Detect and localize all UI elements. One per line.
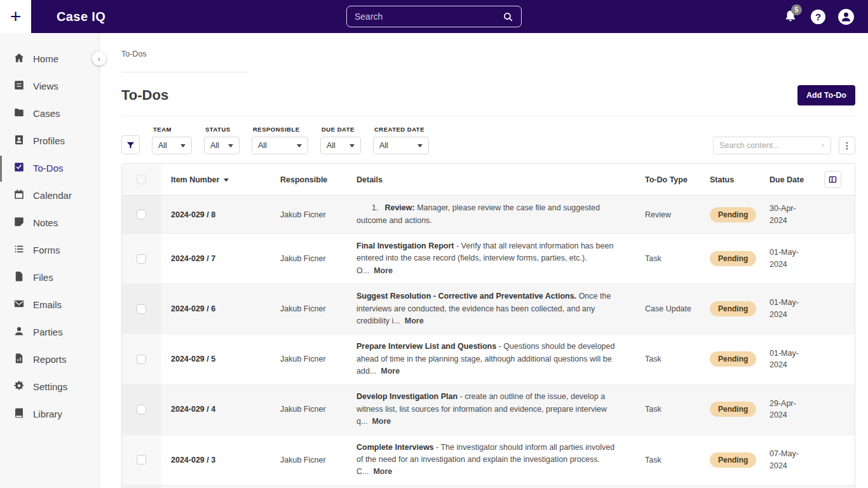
table-row[interactable]: 2024-029 / 6 Jakub Ficner Suggest Resolu… [122, 284, 855, 334]
sidebar-item-profiles[interactable]: Profiles [0, 127, 99, 154]
views-icon [13, 79, 25, 91]
cell-due-date: 01-May-2024 [770, 247, 805, 271]
column-settings-button[interactable] [824, 171, 841, 188]
chevron-down-icon [180, 144, 186, 147]
more-link[interactable]: More [372, 417, 391, 426]
sidebar-item-emails[interactable]: Emails [0, 291, 99, 318]
sidebar-item-forms[interactable]: Forms [0, 236, 99, 264]
new-item-button[interactable]: + [0, 0, 31, 33]
sidebar: ‹ Home Views Cases Profiles To-Dos Calen… [0, 33, 100, 488]
sidebar-item-reports[interactable]: Reports [0, 346, 99, 373]
parties-icon [13, 325, 25, 337]
table-body: 2024-029 / 8 Jakub Ficner 1.Review: Mana… [122, 196, 855, 488]
sidebar-item-views[interactable]: Views [0, 72, 99, 100]
table-row[interactable]: 2024-029 / 4 Jakub Ficner Develop Invest… [122, 384, 855, 435]
more-link[interactable]: More [405, 316, 424, 325]
table-row[interactable]: 2024-029 / 2 Jakub Ficner Documentation … [122, 485, 855, 488]
calendar-icon [13, 189, 25, 200]
search-icon [503, 11, 513, 22]
cell-item-number: 2024-029 / 7 [161, 254, 271, 263]
filter-group-status: STATUS All [204, 126, 240, 154]
sidebar-item-library[interactable]: Library [0, 400, 99, 428]
table-row[interactable]: 2024-029 / 3 Jakub Ficner Complete Inter… [122, 435, 855, 485]
filter-label: RESPONSIBLE [253, 126, 308, 133]
help-button[interactable]: ? [811, 10, 825, 24]
sidebar-item-label: Calendar [33, 190, 72, 201]
user-menu-button[interactable] [838, 9, 854, 25]
column-header-details[interactable]: Details [347, 175, 635, 184]
sidebar-item-calendar[interactable]: Calendar [0, 182, 99, 209]
more-link[interactable]: More [373, 467, 392, 476]
column-header-todo-type[interactable]: To-Do Type [635, 175, 700, 184]
filter-dropdown[interactable]: All [204, 137, 240, 154]
cell-item-number: 2024-029 / 5 [161, 355, 271, 363]
table-row[interactable]: 2024-029 / 5 Jakub Ficner Prepare Interv… [122, 334, 855, 384]
sidebar-item-label: Library [33, 409, 62, 419]
breadcrumb[interactable]: To-Dos [121, 50, 855, 58]
columns-icon [828, 175, 837, 184]
filter-dropdown[interactable]: All [252, 137, 308, 154]
filter-dropdown[interactable]: All [373, 137, 429, 154]
chevron-down-icon [417, 144, 423, 147]
row-checkbox[interactable] [137, 254, 146, 264]
reports-icon [13, 353, 25, 364]
sidebar-collapse-button[interactable]: ‹ [92, 51, 106, 65]
sidebar-item-to-dos[interactable]: To-Dos [0, 154, 99, 182]
table-search-input[interactable] [719, 141, 822, 150]
row-checkbox[interactable] [137, 455, 146, 464]
sidebar-item-notes[interactable]: Notes [0, 209, 99, 236]
sidebar-item-label: Files [33, 272, 53, 283]
status-badge: Pending [710, 452, 756, 468]
select-all-checkbox[interactable] [137, 175, 146, 184]
main-content: To-Dos To-Dos Add To-Do TEAM All STATUS … [100, 33, 868, 488]
sidebar-item-parties[interactable]: Parties [0, 318, 99, 346]
filter-dropdown[interactable]: All [320, 137, 361, 154]
cell-todo-type: Task [635, 355, 700, 363]
more-link[interactable]: More [374, 266, 393, 275]
add-todo-button[interactable]: Add To-Do [797, 85, 855, 105]
search-icon [822, 141, 825, 150]
sidebar-item-files[interactable]: Files [0, 264, 99, 291]
table-row[interactable]: 2024-029 / 8 Jakub Ficner 1.Review: Mana… [122, 196, 855, 234]
column-header-status[interactable]: Status [700, 175, 760, 184]
forms-icon [13, 243, 25, 255]
column-header-responsible[interactable]: Responsible [271, 175, 347, 184]
global-search-input[interactable] [355, 11, 503, 22]
filter-group-team: TEAM All [152, 126, 192, 154]
cell-responsible: Jakub Ficner [271, 456, 347, 464]
table-search[interactable] [713, 137, 831, 154]
user-icon [838, 9, 854, 25]
row-checkbox[interactable] [137, 405, 146, 414]
cell-responsible: Jakub Ficner [271, 254, 347, 263]
filter-group-created-date: CREATED DATE All [373, 126, 429, 154]
cell-details: Complete Interviews - The investigator s… [347, 435, 635, 485]
cell-details: Prepare Interview List and Questions - Q… [347, 334, 635, 384]
sidebar-item-home[interactable]: Home [0, 45, 99, 72]
table-row[interactable]: 2024-029 / 7 Jakub Ficner Final Investig… [122, 234, 855, 284]
todos-icon [13, 161, 25, 173]
chevron-down-icon [297, 144, 302, 147]
table-more-menu-button[interactable]: ⋮ [839, 137, 855, 154]
column-header-due-date[interactable]: Due Date [760, 175, 811, 184]
more-link[interactable]: More [381, 367, 400, 376]
sidebar-item-settings[interactable]: Settings [0, 373, 99, 400]
cell-todo-type: Task [635, 254, 700, 263]
row-checkbox[interactable] [137, 355, 146, 364]
list-number: 1. [356, 203, 384, 212]
chevron-left-icon: ‹ [98, 54, 100, 64]
row-checkbox[interactable] [137, 304, 146, 314]
column-header-item-number[interactable]: Item Number [161, 175, 271, 184]
row-checkbox[interactable] [137, 210, 146, 219]
notifications-button[interactable]: 5 [783, 9, 798, 24]
filter-toggle-button[interactable] [121, 135, 140, 154]
cases-icon [13, 107, 25, 118]
cell-responsible: Jakub Ficner [271, 405, 347, 414]
filter-bar: TEAM All STATUS All RESPONSIBLE All DUE … [121, 126, 855, 154]
cell-due-date: 30-Apr-2024 [770, 203, 805, 227]
global-search[interactable] [346, 6, 522, 27]
filter-dropdown[interactable]: All [152, 137, 192, 154]
cell-item-number: 2024-029 / 4 [161, 405, 271, 414]
sidebar-item-cases[interactable]: Cases [0, 100, 99, 127]
cell-todo-type: Task [635, 456, 700, 464]
sidebar-item-label: Reports [33, 354, 67, 365]
